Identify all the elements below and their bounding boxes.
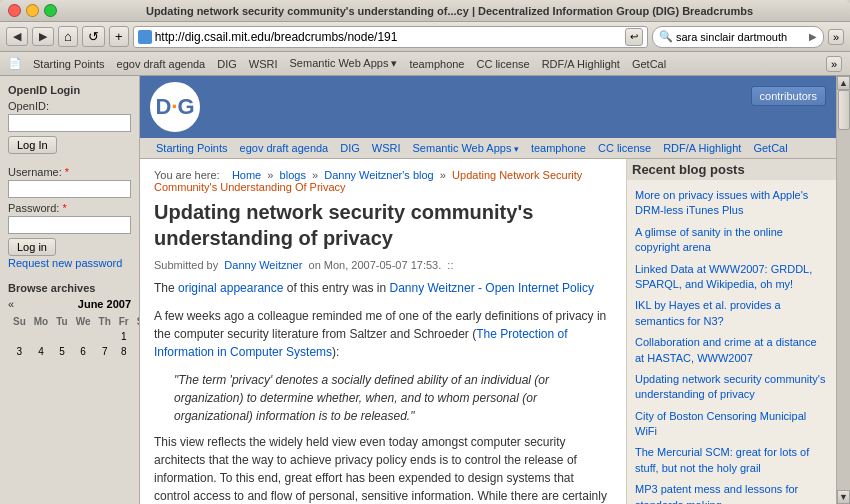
recent-post-link-4[interactable]: Collaboration and crime at a distance at… — [635, 335, 828, 366]
cal-cell — [53, 330, 70, 343]
calendar-header: « June 2007 — [8, 298, 131, 310]
openid-login-button[interactable]: Log In — [8, 136, 57, 154]
recent-post-link-3[interactable]: IKL by Hayes et al. provides a semantics… — [635, 298, 828, 329]
author-link[interactable]: Danny Weitzner — [224, 259, 302, 271]
body-para-1: The original appearance of this entry wa… — [154, 279, 612, 297]
password-label: Password: * — [8, 202, 131, 214]
nav-teamphone[interactable]: teamphone — [525, 140, 592, 156]
recent-post-item: MP3 patent mess and lessons for standard… — [635, 482, 828, 504]
scroll-down-button[interactable]: ▼ — [837, 490, 850, 504]
calendar-month: June 2007 — [78, 298, 131, 310]
bookmark-starting-points[interactable]: Starting Points — [28, 57, 110, 71]
forward-button[interactable]: ▶ — [32, 27, 54, 46]
nav-cc[interactable]: CC license — [592, 140, 657, 156]
submitted-prefix: Submitted by — [154, 259, 218, 271]
recent-post-link-1[interactable]: A glimse of sanity in the online copyrig… — [635, 225, 828, 256]
nav-rdfa[interactable]: RDF/A Highlight — [657, 140, 747, 156]
close-button[interactable] — [8, 4, 21, 17]
home-button[interactable]: ⌂ — [58, 26, 78, 47]
add-tab-button[interactable]: + — [109, 26, 129, 47]
cal-day-mo: Mo — [31, 315, 51, 328]
logo-circle: D · G — [150, 82, 200, 132]
scroll-up-button[interactable]: ▲ — [837, 76, 850, 90]
original-appearance-link[interactable]: original appearance — [178, 281, 283, 295]
password-input[interactable] — [8, 216, 131, 234]
cal-cell[interactable]: 5 — [53, 345, 70, 358]
cal-day-we: We — [73, 315, 94, 328]
minimize-button[interactable] — [26, 4, 39, 17]
cal-cell[interactable]: 4 — [31, 345, 51, 358]
login-section: Username: * Password: * Log in Request n… — [8, 166, 131, 270]
cal-day-fr: Fr — [116, 315, 132, 328]
recent-post-link-0[interactable]: More on privacy issues with Apple's DRM-… — [635, 188, 828, 219]
breadcrumb-blogs[interactable]: blogs — [280, 169, 306, 181]
cal-cell[interactable]: 8 — [116, 345, 132, 358]
breadcrumb-home[interactable]: Home — [232, 169, 261, 181]
scroll-track[interactable] — [837, 90, 850, 490]
search-bar: 🔍 ▶ — [652, 26, 824, 48]
dig-logo: D · G — [150, 82, 200, 132]
search-icon: 🔍 — [659, 30, 673, 43]
recent-post-item: Linked Data at WWW2007: GRDDL, SPARQL, a… — [635, 262, 828, 293]
scroll-thumb[interactable] — [838, 90, 850, 130]
recent-posts-title: Recent blog posts — [627, 159, 836, 180]
protection-link[interactable]: The Protection of Information in Compute… — [154, 327, 568, 359]
openid-input[interactable] — [8, 114, 131, 132]
recent-post-link-6[interactable]: City of Boston Censoring Municipal WiFi — [635, 409, 828, 440]
nav-starting-points[interactable]: Starting Points — [150, 140, 234, 156]
recent-post-link-7[interactable]: The Mercurial SCM: great for lots of stu… — [635, 445, 828, 476]
calendar-prev-button[interactable]: « — [8, 298, 14, 310]
username-input[interactable] — [8, 180, 131, 198]
back-button[interactable]: ◀ — [6, 27, 28, 46]
content-area: OpenID Login OpenID: Log In Username: * … — [0, 76, 850, 504]
cal-cell[interactable]: 1 — [116, 330, 132, 343]
page-header: D · G contributors — [140, 76, 836, 138]
more-button[interactable]: » — [828, 29, 844, 45]
submitted-info: Submitted by Danny Weitzner on Mon, 2007… — [154, 259, 612, 271]
refresh-button[interactable]: ↺ — [82, 26, 105, 47]
search-input[interactable] — [676, 31, 806, 43]
nav-semantic-web[interactable]: Semantic Web Apps — [407, 140, 525, 156]
bookmark-getcal[interactable]: GetCal — [627, 57, 671, 71]
recent-post-link-2[interactable]: Linked Data at WWW2007: GRDDL, SPARQL, a… — [635, 262, 828, 293]
bookmark-semantic-web[interactable]: Semantic Web Apps ▾ — [285, 56, 403, 71]
cal-cell[interactable]: 3 — [10, 345, 29, 358]
blockquote: "The term 'privacy' denotes a socially d… — [174, 371, 592, 425]
open-internet-link[interactable]: Danny Weitzner - Open Internet Policy — [389, 281, 594, 295]
window: Updating network security community's un… — [0, 0, 850, 76]
forgot-password-link[interactable]: Request new password — [8, 257, 122, 269]
login-button[interactable]: Log in — [8, 238, 56, 256]
bookmark-rdfa[interactable]: RDF/A Highlight — [537, 57, 625, 71]
bookmark-teamphone[interactable]: teamphone — [404, 57, 469, 71]
bookmark-cc[interactable]: CC license — [471, 57, 534, 71]
recent-post-link-5[interactable]: Updating network security community's un… — [635, 372, 828, 403]
nav-dig[interactable]: DIG — [334, 140, 366, 156]
cal-cell[interactable]: 6 — [73, 345, 94, 358]
openid-section: OpenID Login OpenID: Log In — [8, 84, 131, 154]
maximize-button[interactable] — [44, 4, 57, 17]
bookmark-dig[interactable]: DIG — [212, 57, 242, 71]
contributors-button[interactable]: contributors — [751, 86, 826, 106]
bookmarks-icon: 📄 — [8, 57, 22, 70]
recent-post-item: City of Boston Censoring Municipal WiFi — [635, 409, 828, 440]
nav-menu: Starting Points egov draft agenda DIG WS… — [140, 138, 836, 159]
cal-cell[interactable]: 7 — [96, 345, 114, 358]
bookmarks-more-button[interactable]: » — [826, 56, 842, 72]
submitted-dots: :: — [444, 259, 453, 271]
username-label: Username: * — [8, 166, 131, 178]
url-go-button[interactable]: ↩ — [625, 28, 643, 46]
bookmark-egov[interactable]: egov draft agenda — [112, 57, 211, 71]
nav-getcal[interactable]: GetCal — [747, 140, 793, 156]
breadcrumb-you-are-here: You are here: — [154, 169, 220, 181]
calendar-table: Su Mo Tu We Th Fr Sa 1 2 — [8, 313, 140, 360]
nav-wsri[interactable]: WSRI — [366, 140, 407, 156]
url-input[interactable] — [155, 30, 625, 44]
recent-post-link-8[interactable]: MP3 patent mess and lessons for standard… — [635, 482, 828, 504]
search-go-button[interactable]: ▶ — [809, 31, 817, 42]
page-title: Updating network security community's un… — [154, 199, 612, 251]
bookmark-wsri[interactable]: WSRI — [244, 57, 283, 71]
recent-post-item: More on privacy issues with Apple's DRM-… — [635, 188, 828, 219]
recent-post-item: Updating network security community's un… — [635, 372, 828, 403]
breadcrumb-blog[interactable]: Danny Weitzner's blog — [324, 169, 434, 181]
nav-egov[interactable]: egov draft agenda — [234, 140, 335, 156]
